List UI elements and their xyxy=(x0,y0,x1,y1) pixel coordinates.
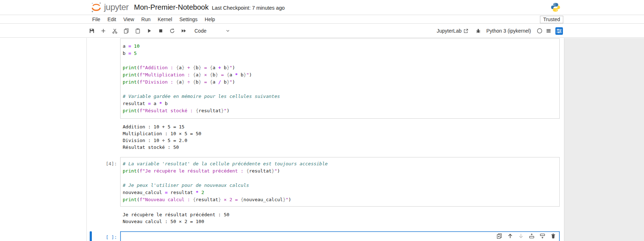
cell-output-row: Je récupère le résultat précédent : 50 N… xyxy=(90,207,560,229)
cells: a = 10b = 5 print(f"Addition : {a} + {b}… xyxy=(0,38,644,241)
add-cell-button[interactable] xyxy=(100,28,106,34)
stop-icon xyxy=(158,28,164,34)
duplicate-cell-button[interactable] xyxy=(497,233,502,239)
kernel-name[interactable]: Python 3 (ipykernel) xyxy=(486,28,531,34)
cell-prompt: [ ]: xyxy=(92,231,120,241)
hamburger-menu-button[interactable] xyxy=(546,28,551,34)
plus-icon xyxy=(100,28,106,34)
jupyter-logo-icon xyxy=(90,2,102,13)
menu-file[interactable]: File xyxy=(89,15,104,23)
code-line: b = 5 xyxy=(123,50,559,57)
jupyterlab-link-label: JupyterLab xyxy=(437,28,461,34)
kernel-status-icon xyxy=(537,28,542,34)
code-line: # Variable gardée en mémoire pour les ce… xyxy=(123,93,559,100)
code-line xyxy=(123,86,559,93)
insert-below-icon xyxy=(540,233,545,239)
run-button[interactable] xyxy=(146,28,152,34)
fast-forward-icon xyxy=(181,28,187,34)
code-editor[interactable]: a = 10b = 5 print(f"Addition : {a} + {b}… xyxy=(120,38,560,119)
checkpoint-status: Last Checkpoint: 7 minutes ago xyxy=(212,5,285,11)
duplicate-cell-icon xyxy=(497,233,502,239)
code-line: resultat = a * b xyxy=(123,100,559,107)
menu-settings[interactable]: Settings xyxy=(176,15,201,23)
header: jupyter Mon-Premier-Notebook Last Checkp… xyxy=(0,0,644,15)
cell-type-value: Code xyxy=(194,28,206,34)
code-editor[interactable]: # La variable 'resultat' de la cellule p… xyxy=(120,157,560,207)
restart-kernel-button[interactable] xyxy=(169,28,175,34)
move-down-button[interactable] xyxy=(518,233,524,239)
cut-icon xyxy=(112,28,118,34)
restart-run-all-button[interactable] xyxy=(181,28,187,34)
paste-cell-button[interactable] xyxy=(135,28,141,34)
jupyter-notebook-app: jupyter Mon-Premier-Notebook Last Checkp… xyxy=(0,0,644,241)
code-line: # La variable 'resultat' de la cellule p… xyxy=(123,160,559,167)
code-line: nouveau_calcul = resultat * 2 xyxy=(123,189,559,196)
code-line xyxy=(123,57,559,64)
menu-edit[interactable]: Edit xyxy=(104,15,120,23)
code-line: print(f"Addition : {a} + {b} = {a + b}") xyxy=(123,64,559,71)
run-icon xyxy=(146,28,152,34)
code-line: # Je peux l'utiliser pour de nouveaux ca… xyxy=(123,182,559,189)
delete-cell-icon xyxy=(550,233,556,239)
restart-icon xyxy=(169,28,175,34)
code-line: print(f"Résultat stocké : {resultat}") xyxy=(123,107,559,114)
code-line: print(f"Je récupère le résultat précéden… xyxy=(123,167,559,175)
open-in-jupyterlab-link[interactable]: JupyterLab xyxy=(437,28,469,34)
debugger-button[interactable] xyxy=(475,28,481,34)
delete-cell-button[interactable] xyxy=(550,233,556,239)
chevron-down-icon xyxy=(225,28,230,33)
cell-prompt: [4]: xyxy=(92,157,120,207)
trust-button[interactable]: Trusted xyxy=(540,16,563,23)
code-line xyxy=(123,175,559,182)
cell-output-row: Addition : 10 + 5 = 15 Multiplication : … xyxy=(90,119,560,155)
save-icon xyxy=(89,28,95,34)
sliders-icon xyxy=(555,27,563,35)
move-up-button[interactable] xyxy=(507,233,513,239)
cell-output: Je récupère le résultat précédent : 50 N… xyxy=(120,207,560,229)
jupyter-logo[interactable]: jupyter xyxy=(90,2,129,13)
output-prompt xyxy=(92,207,120,229)
insert-above-button[interactable] xyxy=(529,233,535,239)
paste-icon xyxy=(135,28,141,34)
cell-output: Addition : 10 + 5 = 15 Multiplication : … xyxy=(120,119,560,155)
notebook-left-divider xyxy=(86,38,87,241)
hamburger-icon xyxy=(546,28,551,34)
python-logo-icon xyxy=(551,3,560,12)
right-sidebar-toggle-button[interactable] xyxy=(555,27,563,35)
external-link-icon xyxy=(463,28,469,34)
save-button[interactable] xyxy=(89,28,95,34)
code-line: print(f"Multiplication : {a} × {b} = {a … xyxy=(123,71,559,79)
menu-kernel[interactable]: Kernel xyxy=(154,15,175,23)
copy-icon xyxy=(123,28,129,34)
menu-run[interactable]: Run xyxy=(138,15,154,23)
notebook-title[interactable]: Mon-Premier-Notebook xyxy=(134,3,209,11)
code-line: print(f"Division : {a} ÷ {b} = {a / b}") xyxy=(123,79,559,86)
notebook-toolbar: Code JupyterLab Python 3 (ipykernel) xyxy=(0,24,644,38)
menu-help[interactable]: Help xyxy=(201,15,219,23)
bug-icon xyxy=(475,28,481,34)
code-line: print(f"Nouveau calcul : {resultat} × 2 … xyxy=(123,196,559,203)
cell-prompt xyxy=(92,38,120,119)
code-line: a = 10 xyxy=(123,43,559,50)
move-up-icon xyxy=(507,233,513,239)
toolbar-right: JupyterLab Python 3 (ipykernel) xyxy=(437,24,563,38)
menu-bar: File Edit View Run Kernel Settings Help … xyxy=(0,15,644,24)
output-prompt xyxy=(92,119,120,155)
cell: [ ]: xyxy=(90,231,560,241)
stop-button[interactable] xyxy=(158,28,164,34)
cut-cell-button[interactable] xyxy=(112,28,118,34)
notebook-panel: a = 10b = 5 print(f"Addition : {a} + {b}… xyxy=(0,38,644,241)
menu-view[interactable]: View xyxy=(120,15,138,23)
move-down-icon xyxy=(518,233,524,239)
right-side-panel xyxy=(564,38,644,241)
cell-type-select[interactable]: Code xyxy=(194,28,230,34)
copy-cell-button[interactable] xyxy=(123,28,129,34)
cell-toolbar xyxy=(497,233,556,239)
code-editor[interactable] xyxy=(120,231,560,241)
insert-below-button[interactable] xyxy=(540,233,545,239)
cell: a = 10b = 5 print(f"Addition : {a} + {b}… xyxy=(90,38,560,119)
jupyter-logo-text: jupyter xyxy=(104,2,129,12)
insert-above-icon xyxy=(529,233,535,239)
cell: [4]:# La variable 'resultat' de la cellu… xyxy=(90,157,560,207)
